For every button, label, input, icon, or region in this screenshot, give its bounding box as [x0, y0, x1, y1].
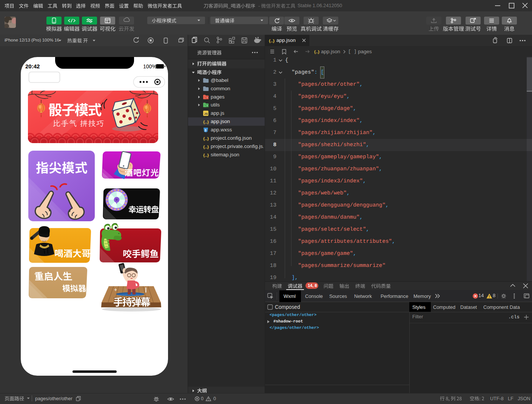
svg-text:{..}: {..} [269, 39, 275, 43]
svg-text:3: 3 [205, 128, 207, 132]
svg-text:20:42: 20:42 [25, 63, 40, 69]
svg-text:{..}: {..} [203, 120, 209, 124]
svg-text:{..}: {..} [203, 136, 209, 141]
svg-text:+: + [114, 287, 117, 293]
svg-text:{..}: {..} [203, 145, 209, 149]
svg-text:100%: 100% [143, 63, 157, 69]
svg-text:{..}: {..} [203, 153, 209, 157]
svg-text:{..}: {..} [314, 49, 319, 54]
svg-text:JS: JS [204, 112, 208, 116]
